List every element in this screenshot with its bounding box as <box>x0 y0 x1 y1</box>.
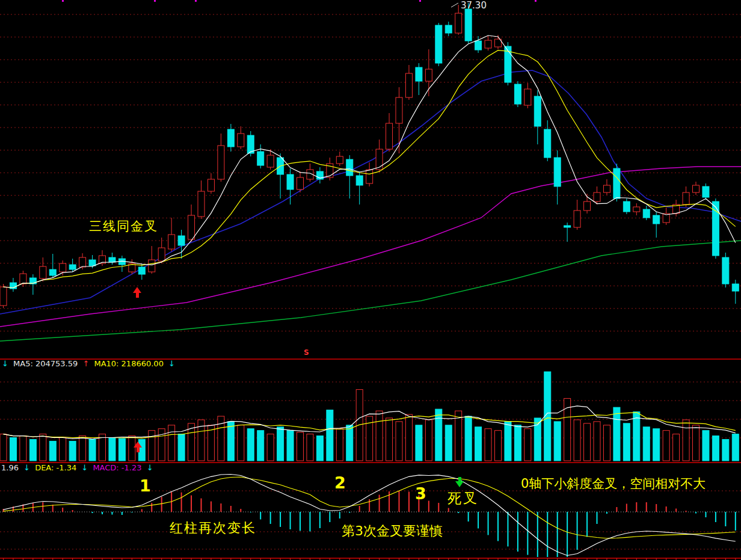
volume-header: ↓ MA5: 204753.59 ↑ MA10: 218660.00 ↓ <box>2 360 177 368</box>
buy-arrow-icon <box>133 287 142 298</box>
event-marker: S <box>304 349 309 356</box>
down-arrow-icon: ↓ <box>23 463 30 472</box>
note-third-cross-caution: 第3次金叉要谨慎 <box>342 525 443 538</box>
arrow-head <box>455 481 464 487</box>
down-arrow-icon: ↓ <box>147 463 153 472</box>
arrow-stem <box>137 448 140 452</box>
macd-value: MACD: -1.23 <box>93 463 141 472</box>
death-cross-label: 死叉 <box>447 491 479 505</box>
arrow-stem <box>458 477 461 481</box>
arrow-head <box>133 287 141 293</box>
down-arrow-icon: ↓ <box>168 359 175 368</box>
up-arrow-icon: ↑ <box>82 359 89 368</box>
stock-chart-app: 三线同金叉 37.30 S ↓ MA5: 204753.59 ↑ MA10: 2… <box>0 0 741 560</box>
golden-cross-note: 三线同金叉 <box>89 220 158 233</box>
macd-header: 1.96 ↓ DEA: -1.34 ↓ MACD: -1.23 ↓ <box>1 464 156 472</box>
note-small-slope-cross: 0轴下小斜度金叉，空间相对不大 <box>521 478 706 490</box>
golden-cross-2-label: 2 <box>334 475 346 491</box>
arrow-stem <box>136 293 139 298</box>
note-red-bars-longer: 红柱再次变长 <box>170 522 256 535</box>
dea-value: DEA: -1.34 <box>35 463 76 472</box>
golden-cross-3-label: 3 <box>415 485 426 502</box>
volume-ma10-value: MA10: 218660.00 <box>94 359 163 368</box>
down-arrow-icon: ↓ <box>2 359 8 368</box>
dif-value: 1.96 <box>1 463 19 472</box>
volume-buy-arrow-icon <box>134 442 143 452</box>
death-cross-arrow-icon <box>455 477 464 487</box>
arrow-head <box>134 442 142 448</box>
golden-cross-1-label: 1 <box>140 478 151 494</box>
peak-price-label: 37.30 <box>461 1 487 10</box>
down-arrow-icon: ↓ <box>81 463 88 472</box>
volume-ma5-value: MA5: 204753.59 <box>13 359 78 368</box>
